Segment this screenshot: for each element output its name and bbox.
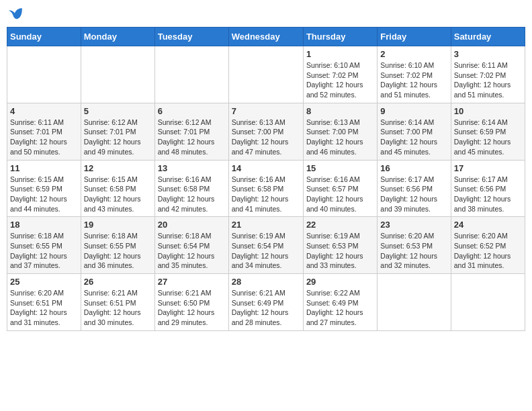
day-info: Sunrise: 6:21 AM Sunset: 6:50 PM Dayligh… — [158, 288, 226, 328]
day-number: 16 — [380, 163, 447, 173]
day-number: 7 — [232, 106, 300, 116]
day-info: Sunrise: 6:19 AM Sunset: 6:53 PM Dayligh… — [306, 231, 374, 271]
header-thursday: Thursday — [303, 28, 377, 46]
day-number: 3 — [454, 49, 522, 59]
day-info: Sunrise: 6:16 AM Sunset: 6:58 PM Dayligh… — [232, 175, 300, 214]
calendar-cell: 19Sunrise: 6:18 AM Sunset: 6:55 PM Dayli… — [81, 217, 154, 274]
day-number: 11 — [10, 163, 78, 173]
day-number: 21 — [232, 220, 300, 230]
day-info: Sunrise: 6:15 AM Sunset: 6:59 PM Dayligh… — [10, 175, 78, 214]
day-info: Sunrise: 6:13 AM Sunset: 7:00 PM Dayligh… — [232, 118, 300, 157]
day-info: Sunrise: 6:20 AM Sunset: 6:53 PM Dayligh… — [380, 231, 447, 271]
header-sunday: Sunday — [7, 28, 81, 46]
calendar-cell: 17Sunrise: 6:17 AM Sunset: 6:56 PM Dayli… — [451, 160, 525, 217]
day-number: 18 — [10, 220, 78, 230]
day-number: 15 — [306, 163, 374, 173]
day-info: Sunrise: 6:22 AM Sunset: 6:49 PM Dayligh… — [306, 288, 374, 328]
day-info: Sunrise: 6:14 AM Sunset: 6:59 PM Dayligh… — [454, 118, 522, 157]
calendar-cell — [378, 274, 451, 331]
calendar-cell: 8Sunrise: 6:13 AM Sunset: 7:00 PM Daylig… — [303, 103, 377, 160]
logo-bird-icon — [8, 7, 23, 21]
day-info: Sunrise: 6:18 AM Sunset: 6:54 PM Dayligh… — [158, 231, 226, 271]
calendar-cell: 4Sunrise: 6:11 AM Sunset: 7:01 PM Daylig… — [7, 103, 81, 160]
day-number: 23 — [380, 220, 447, 230]
day-info: Sunrise: 6:12 AM Sunset: 7:01 PM Dayligh… — [158, 118, 226, 157]
day-info: Sunrise: 6:20 AM Sunset: 6:52 PM Dayligh… — [454, 231, 522, 271]
calendar-cell: 2Sunrise: 6:10 AM Sunset: 7:02 PM Daylig… — [378, 46, 451, 103]
day-number: 26 — [84, 277, 152, 287]
calendar-cell: 13Sunrise: 6:16 AM Sunset: 6:58 PM Dayli… — [154, 160, 228, 217]
calendar-cell: 10Sunrise: 6:14 AM Sunset: 6:59 PM Dayli… — [451, 103, 525, 160]
calendar-cell: 28Sunrise: 6:21 AM Sunset: 6:49 PM Dayli… — [228, 274, 303, 331]
week-row-1: 4Sunrise: 6:11 AM Sunset: 7:01 PM Daylig… — [7, 103, 525, 160]
logo — [7, 7, 23, 21]
calendar-cell: 9Sunrise: 6:14 AM Sunset: 7:00 PM Daylig… — [378, 103, 451, 160]
week-row-4: 25Sunrise: 6:20 AM Sunset: 6:51 PM Dayli… — [7, 274, 525, 331]
calendar-cell — [7, 46, 81, 103]
day-info: Sunrise: 6:17 AM Sunset: 6:56 PM Dayligh… — [380, 175, 447, 214]
day-number: 13 — [158, 163, 226, 173]
day-info: Sunrise: 6:21 AM Sunset: 6:49 PM Dayligh… — [232, 288, 300, 328]
calendar-cell: 26Sunrise: 6:21 AM Sunset: 6:51 PM Dayli… — [81, 274, 154, 331]
calendar-cell: 16Sunrise: 6:17 AM Sunset: 6:56 PM Dayli… — [378, 160, 451, 217]
day-info: Sunrise: 6:20 AM Sunset: 6:51 PM Dayligh… — [10, 288, 78, 328]
week-row-0: 1Sunrise: 6:10 AM Sunset: 7:02 PM Daylig… — [7, 46, 525, 103]
calendar-cell: 23Sunrise: 6:20 AM Sunset: 6:53 PM Dayli… — [378, 217, 451, 274]
calendar-cell — [154, 46, 228, 103]
day-info: Sunrise: 6:14 AM Sunset: 7:00 PM Dayligh… — [380, 118, 447, 157]
calendar-cell: 1Sunrise: 6:10 AM Sunset: 7:02 PM Daylig… — [303, 46, 377, 103]
day-number: 14 — [232, 163, 300, 173]
calendar-cell: 25Sunrise: 6:20 AM Sunset: 6:51 PM Dayli… — [7, 274, 81, 331]
day-info: Sunrise: 6:10 AM Sunset: 7:02 PM Dayligh… — [306, 60, 374, 100]
calendar-cell: 5Sunrise: 6:12 AM Sunset: 7:01 PM Daylig… — [81, 103, 154, 160]
day-number: 27 — [158, 277, 226, 287]
calendar-header-row: SundayMondayTuesdayWednesdayThursdayFrid… — [7, 28, 525, 46]
header-wednesday: Wednesday — [228, 28, 303, 46]
calendar-cell: 21Sunrise: 6:19 AM Sunset: 6:54 PM Dayli… — [228, 217, 303, 274]
day-number: 24 — [454, 220, 522, 230]
page-header — [7, 7, 525, 21]
header-tuesday: Tuesday — [154, 28, 228, 46]
calendar-cell: 24Sunrise: 6:20 AM Sunset: 6:52 PM Dayli… — [451, 217, 525, 274]
header-monday: Monday — [81, 28, 154, 46]
day-info: Sunrise: 6:18 AM Sunset: 6:55 PM Dayligh… — [84, 231, 152, 271]
day-number: 29 — [306, 277, 374, 287]
calendar-cell: 6Sunrise: 6:12 AM Sunset: 7:01 PM Daylig… — [154, 103, 228, 160]
day-number: 10 — [454, 106, 522, 116]
day-number: 17 — [454, 163, 522, 173]
day-number: 6 — [158, 106, 226, 116]
calendar-cell: 22Sunrise: 6:19 AM Sunset: 6:53 PM Dayli… — [303, 217, 377, 274]
day-info: Sunrise: 6:11 AM Sunset: 7:01 PM Dayligh… — [10, 118, 78, 157]
calendar-cell: 27Sunrise: 6:21 AM Sunset: 6:50 PM Dayli… — [154, 274, 228, 331]
day-info: Sunrise: 6:13 AM Sunset: 7:00 PM Dayligh… — [306, 118, 374, 157]
day-info: Sunrise: 6:15 AM Sunset: 6:58 PM Dayligh… — [84, 175, 152, 214]
calendar-cell: 7Sunrise: 6:13 AM Sunset: 7:00 PM Daylig… — [228, 103, 303, 160]
day-info: Sunrise: 6:10 AM Sunset: 7:02 PM Dayligh… — [380, 60, 447, 100]
day-info: Sunrise: 6:11 AM Sunset: 7:02 PM Dayligh… — [454, 60, 522, 100]
calendar-cell: 14Sunrise: 6:16 AM Sunset: 6:58 PM Dayli… — [228, 160, 303, 217]
day-number: 28 — [232, 277, 300, 287]
calendar-cell — [81, 46, 154, 103]
day-number: 9 — [380, 106, 447, 116]
calendar-cell: 15Sunrise: 6:16 AM Sunset: 6:57 PM Dayli… — [303, 160, 377, 217]
calendar-cell — [451, 274, 525, 331]
week-row-2: 11Sunrise: 6:15 AM Sunset: 6:59 PM Dayli… — [7, 160, 525, 217]
day-info: Sunrise: 6:16 AM Sunset: 6:58 PM Dayligh… — [158, 175, 226, 214]
calendar-table: SundayMondayTuesdayWednesdayThursdayFrid… — [7, 27, 525, 331]
day-info: Sunrise: 6:19 AM Sunset: 6:54 PM Dayligh… — [232, 231, 300, 271]
calendar-cell: 3Sunrise: 6:11 AM Sunset: 7:02 PM Daylig… — [451, 46, 525, 103]
calendar-cell: 18Sunrise: 6:18 AM Sunset: 6:55 PM Dayli… — [7, 217, 81, 274]
day-number: 19 — [84, 220, 152, 230]
day-info: Sunrise: 6:18 AM Sunset: 6:55 PM Dayligh… — [10, 231, 78, 271]
day-info: Sunrise: 6:16 AM Sunset: 6:57 PM Dayligh… — [306, 175, 374, 214]
day-number: 20 — [158, 220, 226, 230]
calendar-cell: 20Sunrise: 6:18 AM Sunset: 6:54 PM Dayli… — [154, 217, 228, 274]
day-info: Sunrise: 6:12 AM Sunset: 7:01 PM Dayligh… — [84, 118, 152, 157]
day-info: Sunrise: 6:17 AM Sunset: 6:56 PM Dayligh… — [454, 175, 522, 214]
day-number: 12 — [84, 163, 152, 173]
calendar-cell: 29Sunrise: 6:22 AM Sunset: 6:49 PM Dayli… — [303, 274, 377, 331]
calendar-cell — [228, 46, 303, 103]
day-number: 25 — [10, 277, 78, 287]
day-number: 2 — [380, 49, 447, 59]
header-saturday: Saturday — [451, 28, 525, 46]
